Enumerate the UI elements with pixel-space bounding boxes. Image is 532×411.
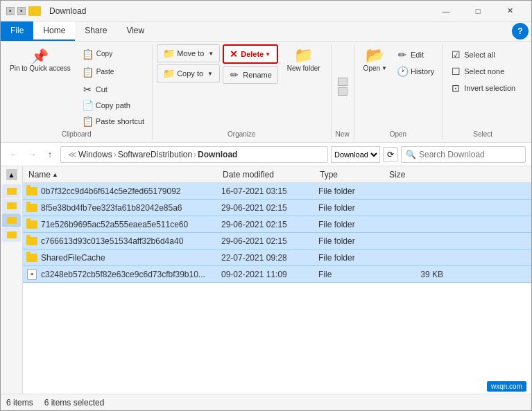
select-none-button[interactable]: ☐ Select none [447, 64, 508, 79]
status-bar: 6 items 6 items selected [1, 394, 531, 410]
file-date: 29-06-2021 02:15 [221, 203, 318, 213]
up-button[interactable]: ↑ [42, 147, 58, 162]
col-header-date[interactable]: Date modified [220, 166, 317, 182]
col-header-size[interactable]: Size [386, 166, 442, 182]
sidebar-nav-item-3[interactable] [2, 213, 21, 227]
minimize-button[interactable]: — [430, 1, 462, 21]
tab-home[interactable]: Home [33, 21, 75, 41]
table-row[interactable]: 8f5e38bd4fb7ee323fa61b82042e85a629-06-20… [23, 200, 531, 216]
new-folder-button[interactable]: 📁 New folder [281, 44, 327, 79]
refresh-button[interactable]: ⟳ [383, 147, 398, 162]
copy-to-button[interactable]: 📁 Copy to ▼ [157, 64, 220, 82]
sidebar-nav-item-1[interactable] [2, 184, 21, 198]
tab-share[interactable]: Share [75, 21, 117, 41]
ribbon-group-select: ☑ Select all ☐ Select none ⊡ Invert sele… [443, 44, 523, 139]
ribbon-tabs: File Home Share View ? [1, 21, 531, 42]
path-download: Download [198, 150, 237, 159]
window-controls: — □ ✕ [430, 1, 526, 21]
paste-button[interactable]: 📋 Paste [77, 64, 148, 80]
new-folder-icon: 📁 [294, 48, 313, 63]
table-row[interactable]: ≡c3248eb572cb5f82e63ce9c6d73cfbf39b10...… [23, 266, 531, 283]
table-row[interactable]: SharedFileCache22-07-2021 09:28File fold… [23, 250, 531, 266]
delete-button[interactable]: ✕ Delete ▼ [223, 44, 278, 64]
move-to-button[interactable]: 📁 Move to ▼ [157, 44, 220, 62]
file-type: File folder [318, 253, 388, 263]
clipboard-extras: ✂ Cut 📄 Copy path 📋 Paste shortcut [78, 82, 148, 129]
sidebar-nav-item-2[interactable] [2, 199, 21, 213]
tab-view[interactable]: View [117, 21, 154, 41]
folder-icon [26, 186, 38, 196]
path-windows: Windows [78, 150, 112, 159]
pin-to-quick-access-button[interactable]: 📌 Pin to Quick access [5, 44, 76, 85]
main-area: ▲ Name ▲ Date modified Type [1, 166, 531, 394]
clipboard-buttons: 📌 Pin to Quick access 📋 Copy 📋 Paste ✂ [5, 44, 148, 129]
rename-button[interactable]: ✏ Rename [223, 66, 278, 84]
sidebar-collapse-btn[interactable]: ▲ [6, 169, 17, 180]
copy-button[interactable]: 📋 Copy [77, 46, 148, 62]
file-list-header: Name ▲ Date modified Type Size [23, 166, 531, 183]
cut-button[interactable]: ✂ Cut [78, 82, 148, 97]
open-arrow: ▼ [381, 65, 387, 72]
open-small-group: ✏ Edit 🕐 History [393, 47, 438, 79]
sidebar-folder-icon-3 [7, 217, 17, 224]
open-button[interactable]: 📂 Open ▼ [359, 44, 392, 79]
title-icon-2: ▪ [17, 7, 26, 15]
sidebar-folder-icon-4 [7, 231, 17, 238]
path-dropdown[interactable]: Download [331, 146, 380, 163]
table-row[interactable]: 0b7f32cc9d4b6f614c5e2fed6517909216-07-20… [23, 183, 531, 200]
forward-button[interactable]: → [24, 147, 40, 162]
title-folder-icon [28, 6, 41, 16]
new-items [338, 78, 347, 96]
pin-icon: 📌 [31, 49, 49, 63]
organize-buttons: 📁 Move to ▼ 📁 Copy to ▼ ✕ Delete ▼ [157, 44, 326, 129]
search-icon: 🔍 [406, 150, 416, 159]
select-all-button[interactable]: ☑ Select all [447, 47, 499, 62]
maximize-button[interactable]: □ [462, 1, 494, 21]
file-list: 0b7f32cc9d4b6f614c5e2fed6517909216-07-20… [23, 183, 531, 394]
title-bar-icons: ▪ ▪ [6, 6, 44, 16]
organize-group-label: Organize [157, 129, 326, 139]
close-button[interactable]: ✕ [494, 1, 526, 21]
edit-button[interactable]: ✏ Edit [393, 47, 438, 62]
address-path[interactable]: ≪ Windows › SoftwareDistribution › Downl… [60, 146, 328, 163]
new-group-label: New [336, 129, 350, 139]
copy-path-icon: 📄 [82, 100, 93, 111]
file-type: File folder [318, 220, 388, 229]
history-icon: 🕐 [397, 66, 408, 77]
history-button[interactable]: 🕐 History [393, 64, 438, 79]
table-row[interactable]: 71e526b9695ac52a555eaea5e511ce6029-06-20… [23, 216, 531, 233]
history-label: History [411, 67, 434, 76]
watermark: wxqn.com [487, 381, 526, 392]
invert-selection-button[interactable]: ⊡ Invert selection [447, 80, 519, 96]
search-input[interactable] [419, 150, 516, 159]
col-date-label: Date modified [223, 170, 274, 180]
copy-path-button[interactable]: 📄 Copy path [78, 98, 148, 113]
paste-shortcut-button[interactable]: 📋 Paste shortcut [78, 114, 148, 129]
select-all-icon: ☑ [450, 49, 461, 60]
file-date: 22-07-2021 09:28 [221, 253, 318, 263]
clipboard-group-label: Clipboard [5, 129, 148, 139]
back-button[interactable]: ← [6, 147, 22, 162]
copy-to-label: Copy to [177, 69, 203, 78]
table-row[interactable]: c766613d93c013e51534aff32b6d4a4029-06-20… [23, 233, 531, 250]
tab-file[interactable]: File [1, 21, 33, 41]
sidebar-nav-item-4[interactable] [2, 228, 21, 242]
title-bar: ▪ ▪ Download — □ ✕ [1, 1, 531, 21]
path-sep-2: › [194, 150, 196, 159]
path-software-dist: SoftwareDistribution [118, 150, 192, 159]
file-name: 71e526b9695ac52a555eaea5e511ce60 [41, 220, 221, 229]
folder-icon [26, 236, 38, 246]
help-button[interactable]: ? [512, 23, 529, 40]
ribbon-group-organize: 📁 Move to ▼ 📁 Copy to ▼ ✕ Delete ▼ [153, 44, 331, 139]
folder-icon [26, 220, 38, 229]
file-date: 29-06-2021 02:15 [221, 236, 318, 246]
select-none-icon: ☐ [450, 66, 461, 77]
ribbon: 📌 Pin to Quick access 📋 Copy 📋 Paste ✂ [1, 42, 531, 143]
file-name: c3248eb572cb5f82e63ce9c6d73cfbf39b10... [41, 270, 221, 279]
edit-label: Edit [411, 51, 424, 59]
paste-shortcut-icon: 📋 [82, 116, 93, 127]
col-header-type[interactable]: Type [317, 166, 386, 182]
col-header-name[interactable]: Name ▲ [26, 166, 220, 182]
new-folder-label: New folder [287, 64, 320, 73]
select-none-label: Select none [464, 67, 504, 76]
